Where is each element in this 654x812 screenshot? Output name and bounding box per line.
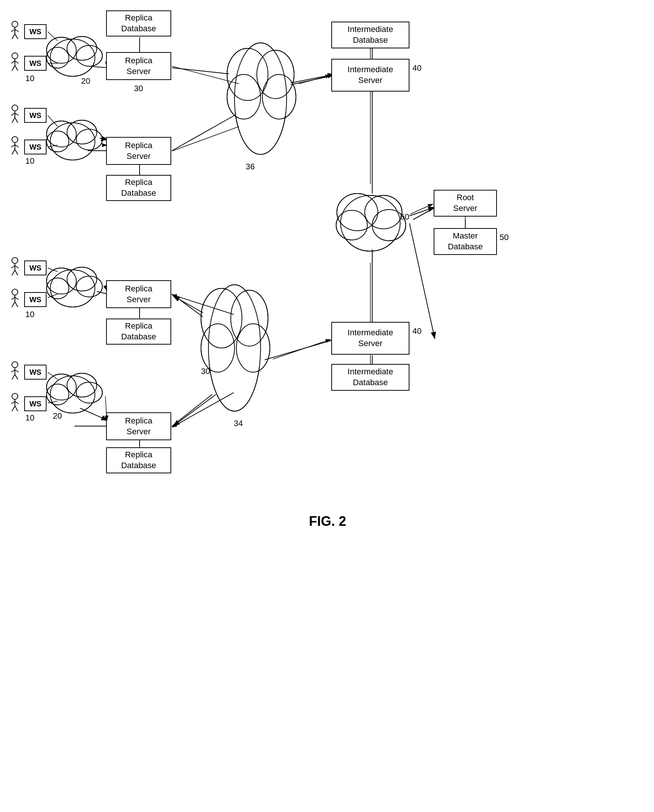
- svg-line-65: [12, 149, 15, 154]
- replica-db-mid: Replica Database: [106, 175, 171, 201]
- intermediate-db-bot: Intermediate Database: [331, 364, 410, 391]
- replica-db-bot1: Replica Database: [106, 319, 171, 345]
- label-10-1: 10: [25, 74, 34, 83]
- svg-line-121: [15, 297, 18, 299]
- replica-db-bot2: Replica Database: [106, 447, 171, 473]
- svg-point-175: [203, 325, 234, 369]
- svg-line-141: [11, 370, 15, 372]
- svg-line-199: [273, 339, 330, 359]
- svg-line-195: [411, 204, 433, 214]
- svg-point-91: [230, 76, 260, 116]
- svg-line-143: [12, 374, 15, 380]
- svg-line-38: [12, 66, 15, 71]
- replica-db-top: Replica Database: [106, 11, 171, 37]
- svg-line-33: [15, 34, 18, 39]
- svg-line-37: [15, 61, 18, 63]
- svg-line-36: [11, 61, 15, 63]
- label-36: 36: [246, 162, 255, 172]
- svg-line-66: [15, 149, 18, 154]
- svg-line-58: [15, 113, 18, 115]
- svg-line-142: [15, 370, 18, 372]
- svg-line-115: [15, 266, 18, 268]
- cloud-mid-left: [41, 104, 104, 164]
- svg-line-63: [11, 145, 15, 147]
- svg-point-90: [264, 76, 293, 116]
- svg-line-144: [15, 374, 18, 380]
- label-10-4: 10: [25, 413, 34, 423]
- label-60: 60: [400, 212, 409, 222]
- person-1: [8, 20, 21, 39]
- master-database: Master Database: [434, 228, 497, 255]
- intermediate-server-top: Intermediate Server: [331, 59, 410, 92]
- cloud-bot-left-2: [41, 357, 104, 417]
- label-50: 50: [500, 233, 509, 242]
- person-5: [8, 257, 21, 275]
- svg-point-118: [12, 289, 18, 295]
- svg-line-123: [15, 302, 18, 307]
- svg-point-28: [12, 21, 18, 27]
- svg-point-112: [12, 258, 18, 264]
- svg-line-64: [15, 145, 18, 147]
- cloud-34: [197, 277, 272, 419]
- label-10-3: 10: [25, 310, 34, 319]
- intermediate-db-top: Intermediate Database: [331, 21, 410, 48]
- intermediate-server-bot: Intermediate Server: [331, 322, 410, 355]
- diagram: WS WS 10 20 Replica Database: [0, 0, 654, 812]
- svg-line-57: [11, 113, 15, 115]
- replica-server-bot1: Replica Server: [106, 280, 171, 308]
- replica-server-top: Replica Server: [106, 52, 171, 80]
- cloud-bot-left-1: [41, 251, 104, 311]
- person-6: [8, 288, 21, 307]
- replica-server-bot2: Replica Server: [106, 412, 171, 440]
- svg-line-148: [15, 401, 18, 404]
- svg-line-30: [11, 29, 15, 32]
- person-3: [8, 104, 21, 123]
- svg-line-31: [15, 29, 18, 32]
- label-34: 34: [234, 419, 243, 428]
- svg-line-9: [413, 207, 435, 220]
- svg-point-139: [12, 362, 18, 368]
- label-40-1: 40: [413, 63, 421, 73]
- fig-caption: FIG. 2: [279, 514, 376, 529]
- cloud-36: [223, 37, 298, 160]
- label-20-1: 20: [81, 76, 90, 86]
- label-40-2: 40: [413, 327, 421, 336]
- svg-point-145: [12, 393, 18, 399]
- svg-line-150: [15, 406, 18, 411]
- person-4: [8, 136, 21, 154]
- person-2: [8, 52, 21, 71]
- svg-line-114: [11, 266, 15, 268]
- svg-line-147: [11, 401, 15, 404]
- svg-line-117: [15, 270, 18, 275]
- svg-line-19: [261, 339, 335, 361]
- person-8: [8, 392, 21, 411]
- svg-point-174: [237, 325, 267, 369]
- svg-line-122: [12, 302, 15, 307]
- svg-line-149: [12, 406, 15, 411]
- svg-line-60: [15, 118, 18, 123]
- svg-line-116: [12, 270, 15, 275]
- label-30-1: 30: [134, 84, 143, 93]
- svg-line-120: [11, 297, 15, 299]
- svg-point-34: [12, 53, 18, 59]
- svg-point-55: [12, 105, 18, 111]
- person-7: [8, 361, 21, 380]
- root-server: Root Server: [434, 190, 497, 217]
- svg-line-26: [410, 207, 435, 216]
- label-10-2: 10: [25, 156, 34, 166]
- svg-point-61: [12, 137, 18, 142]
- svg-line-32: [12, 34, 15, 39]
- svg-line-39: [15, 66, 18, 71]
- svg-line-59: [12, 118, 15, 123]
- svg-line-27: [410, 223, 435, 339]
- svg-line-192: [299, 75, 330, 84]
- replica-server-mid: Replica Server: [106, 137, 171, 165]
- cloud-60: [331, 184, 410, 263]
- label-30-2: 30: [201, 366, 210, 376]
- cloud-top-left: [41, 20, 104, 80]
